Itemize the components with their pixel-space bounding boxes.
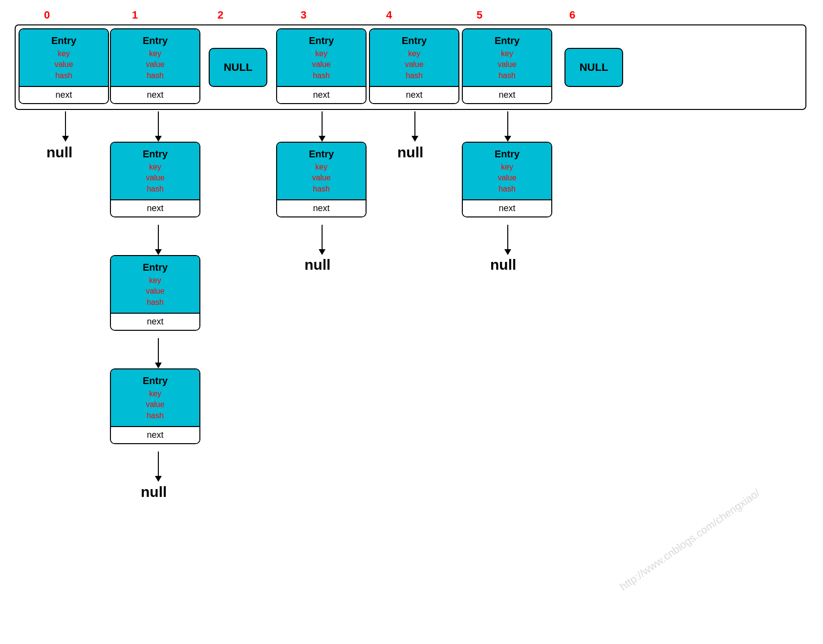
null-6-label: NULL [580, 61, 608, 74]
arrow-1c1-line [158, 225, 159, 249]
entry-0-hash: hash [23, 70, 104, 81]
entry-1-chain2: Entry key value hash next [110, 255, 200, 331]
diagram: 0 1 2 3 4 5 6 Entry key value hash next … [0, 0, 823, 644]
arrow-5-down [504, 111, 511, 142]
null-text-3: null [304, 257, 330, 273]
entry-3c1-top: Entry key value hash [277, 143, 366, 199]
null-text-4: null [397, 144, 423, 161]
entry-3-title: Entry [281, 35, 362, 46]
arrow-1c3-down [155, 451, 162, 482]
entry-1c3-title: Entry [115, 375, 195, 386]
entry-3c1-title: Entry [281, 149, 362, 160]
entry-5-hash: hash [467, 70, 547, 81]
entry-1-hash: hash [115, 70, 195, 81]
arrow-3-line [322, 111, 323, 136]
entry-4-next: next [370, 86, 458, 103]
arrow-1c2-line [158, 338, 159, 363]
entry-4-top: Entry key value hash [370, 29, 458, 86]
index-2: 2 [217, 9, 223, 21]
arrow-5-line [507, 111, 508, 136]
entry-0-key: key [23, 48, 104, 59]
index-5: 5 [476, 9, 482, 21]
arrow-3-head [319, 136, 325, 142]
entry-1c2-title: Entry [115, 262, 195, 273]
entry-5c1-title: Entry [467, 149, 547, 160]
arrow-5c1-head [504, 249, 511, 255]
entry-1c1-title: Entry [115, 149, 195, 160]
arrow-1c3-line [158, 451, 159, 476]
entry-1c3-value: value [115, 399, 195, 410]
entry-1-key: key [115, 48, 195, 59]
arrow-1-head [155, 136, 162, 142]
entry-0-next: next [20, 86, 108, 103]
arrow-1-down [155, 111, 162, 142]
entry-1c1-value: value [115, 172, 195, 183]
entry-3-top: Entry key value hash [277, 29, 366, 86]
arrow-1c2-down [155, 338, 162, 368]
arrow-1-line [158, 111, 159, 136]
entry-1-next: next [111, 86, 199, 103]
entry-4-value: value [374, 59, 455, 70]
entry-1c1-top: Entry key value hash [111, 143, 199, 199]
entry-1c2-hash: hash [115, 297, 195, 308]
entry-5: Entry key value hash next [462, 28, 552, 104]
entry-0-title: Entry [23, 35, 104, 46]
entry-1: Entry key value hash next [110, 28, 200, 104]
entry-1c2-value: value [115, 286, 195, 297]
entry-1-chain1: Entry key value hash next [110, 142, 200, 217]
arrow-1c1-head [155, 249, 162, 255]
entry-5-title: Entry [467, 35, 547, 46]
arrow-4-head [412, 136, 418, 142]
entry-1c2-next: next [111, 313, 199, 330]
entry-1c1-next: next [111, 199, 199, 216]
entry-3c1-key: key [281, 162, 362, 172]
entry-3-value: value [281, 59, 362, 70]
entry-4-hash: hash [374, 70, 455, 81]
entry-5-key: key [467, 48, 547, 59]
entry-3-hash: hash [281, 70, 362, 81]
entry-1c1-key: key [115, 162, 195, 172]
entry-1c3-top: Entry key value hash [111, 369, 199, 426]
null-text-0: null [46, 144, 72, 161]
entry-1c3-next: next [111, 426, 199, 443]
arrow-0-head [62, 136, 69, 142]
arrow-1c1-down [155, 225, 162, 255]
entry-5-chain1: Entry key value hash next [462, 142, 552, 217]
entry-5-next: next [463, 86, 551, 103]
entry-0-value: value [23, 59, 104, 70]
entry-5c1-next: next [463, 199, 551, 216]
null-6: NULL [564, 48, 623, 87]
entry-4: Entry key value hash next [369, 28, 459, 104]
entry-1c3-hash: hash [115, 410, 195, 421]
arrow-4-line [414, 111, 415, 136]
index-0: 0 [44, 9, 50, 21]
entry-1-top: Entry key value hash [111, 29, 199, 86]
entry-1-chain3: Entry key value hash next [110, 368, 200, 444]
entry-3-next: next [277, 86, 366, 103]
arrow-4-down [412, 111, 418, 142]
arrow-0-down [62, 111, 69, 142]
entry-4-key: key [374, 48, 455, 59]
arrow-1c3-head [155, 476, 162, 482]
entry-1c1-hash: hash [115, 184, 195, 194]
entry-0: Entry key value hash next [19, 28, 109, 104]
entry-3c1-hash: hash [281, 184, 362, 194]
arrow-1c2-head [155, 363, 162, 368]
arrow-0-line [65, 111, 66, 136]
watermark: http://www.cnblogs.com/chengxiao/ [618, 487, 762, 593]
entry-1-title: Entry [115, 35, 195, 46]
entry-5c1-top: Entry key value hash [463, 143, 551, 199]
index-3: 3 [301, 9, 306, 21]
entry-5-top: Entry key value hash [463, 29, 551, 86]
arrow-3c1-head [319, 249, 325, 255]
entry-1c3-key: key [115, 388, 195, 399]
entry-5c1-key: key [467, 162, 547, 172]
index-4: 4 [386, 9, 392, 21]
index-1: 1 [132, 9, 138, 21]
entry-3c1-next: next [277, 199, 366, 216]
entry-3: Entry key value hash next [276, 28, 367, 104]
null-text-5: null [490, 257, 516, 273]
arrow-3c1-down [319, 225, 325, 255]
index-6: 6 [569, 9, 575, 21]
entry-1c2-key: key [115, 275, 195, 286]
